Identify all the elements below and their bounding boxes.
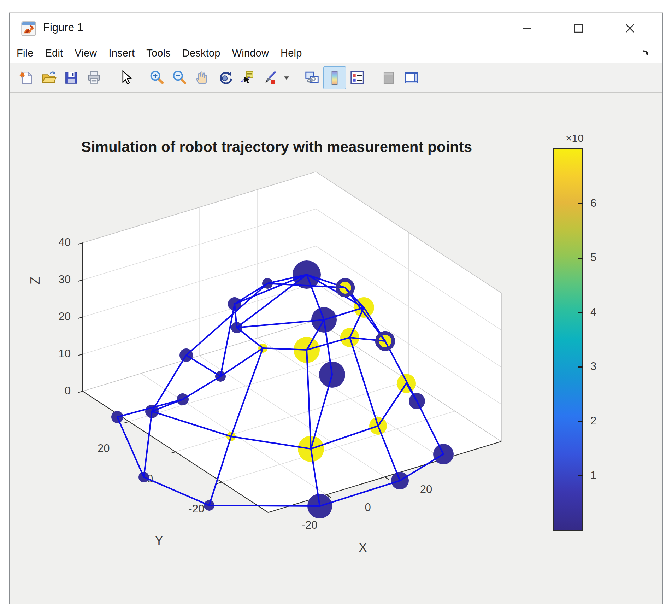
toolbar-separator	[110, 68, 110, 88]
axis-tick	[78, 317, 83, 318]
menu-item-edit[interactable]: Edit	[45, 47, 63, 59]
new-document-icon	[18, 70, 34, 86]
colorbar-tick-label: 3	[590, 360, 596, 373]
brush-data-button[interactable]	[259, 66, 281, 89]
maximize-button[interactable]	[553, 13, 604, 43]
menu-item-help[interactable]: Help	[281, 47, 302, 59]
close-icon	[624, 22, 636, 35]
colorbar-tick	[578, 475, 583, 476]
colorbar-multiplier-label: ×10	[566, 132, 584, 144]
close-button[interactable]	[604, 13, 656, 43]
rotate-3d-button[interactable]	[213, 66, 236, 89]
window-title: Figure 1	[43, 21, 83, 34]
toolbar-separator	[296, 68, 296, 88]
colorbar: ×10 123456	[553, 148, 624, 531]
zoom-out-button[interactable]	[168, 66, 191, 89]
axis-tick	[171, 452, 176, 453]
new-figure-button[interactable]	[15, 66, 37, 89]
toolbar-separator	[373, 68, 373, 88]
colorbar-tick-label: 4	[590, 306, 596, 318]
maximize-icon	[572, 22, 584, 34]
axis-tick	[78, 354, 83, 356]
printer-icon	[86, 70, 102, 86]
link-plot-button[interactable]	[301, 66, 323, 89]
colorbar-tick-label: 1	[590, 469, 596, 482]
menu-item-tools[interactable]: Tools	[146, 47, 171, 59]
hide-plot-tools-button[interactable]	[377, 66, 400, 89]
show-plot-tools-button[interactable]	[400, 66, 423, 89]
colorbar-tick	[578, 258, 583, 259]
axis-tick-label: 0	[365, 501, 371, 514]
axis-tick-label: 40	[59, 236, 71, 248]
zoom-in-button[interactable]	[146, 66, 168, 89]
colorbar-tick	[578, 366, 583, 368]
print-figure-button[interactable]	[83, 66, 105, 89]
edit-plot-button[interactable]	[114, 66, 137, 89]
show-plot-tools-icon	[403, 70, 419, 86]
open-file-button[interactable]	[37, 66, 60, 89]
figure-window: Figure 1 FileEditViewInsertToolsDesktopW…	[9, 13, 663, 604]
colorbar-tick	[578, 203, 583, 204]
axis-tick	[385, 477, 389, 480]
axis-label-y: Y	[155, 533, 163, 548]
data-cursor-icon	[239, 70, 255, 86]
minimize-button[interactable]	[501, 13, 553, 43]
menu-item-window[interactable]: Window	[232, 47, 269, 59]
axis-tick-label: 20	[59, 310, 71, 323]
open-folder-icon	[41, 70, 57, 86]
dropdown-caret-icon	[283, 75, 290, 80]
axis-tick	[78, 280, 83, 281]
figure-toolbar	[10, 63, 662, 93]
colorbar-tick	[578, 421, 583, 422]
link-plot-icon	[304, 70, 320, 86]
axis-label-x: X	[359, 540, 367, 555]
save-figure-button[interactable]	[60, 66, 83, 89]
brush-dropdown-button[interactable]	[281, 66, 292, 89]
legend-icon	[349, 70, 365, 86]
menu-item-view[interactable]: View	[75, 47, 97, 59]
zoom-out-icon	[171, 70, 188, 86]
zoom-in-icon	[149, 70, 165, 86]
insert-colorbar-button[interactable]	[323, 66, 346, 89]
insert-legend-button[interactable]	[346, 66, 369, 89]
data-tips-button[interactable]	[236, 66, 259, 89]
pan-hand-icon	[194, 70, 210, 86]
axis-tick	[124, 422, 129, 423]
axis-tick-label: 0	[65, 385, 71, 397]
rotate-3d-icon	[217, 70, 233, 86]
colorbar-tick	[578, 312, 583, 313]
axis-label-z: Z	[28, 277, 42, 284]
menu-item-insert[interactable]: Insert	[108, 47, 135, 59]
colorbar-gradient: 123456	[553, 148, 583, 531]
axis-tick-label: 20	[98, 442, 110, 454]
colorbar-tick-label: 6	[590, 197, 596, 210]
axis-tick-label: 20	[420, 483, 432, 495]
colorbar-tick-label: 5	[590, 251, 596, 264]
axis-tick	[78, 391, 83, 393]
pan-button[interactable]	[191, 66, 213, 89]
colorbar-tick-label: 2	[590, 415, 596, 427]
menu-bar: FileEditViewInsertToolsDesktopWindowHelp	[10, 43, 662, 63]
axis-tick	[217, 482, 222, 483]
menu-item-desktop[interactable]: Desktop	[182, 47, 220, 59]
dock-figure-arrow-icon[interactable]	[640, 47, 652, 59]
colorbar-icon	[326, 70, 343, 86]
save-floppy-icon	[63, 70, 79, 86]
matlab-icon	[21, 21, 36, 36]
cursor-arrow-icon	[117, 70, 134, 86]
figure-canvas: Simulation of robot trajectory with meas…	[10, 93, 662, 604]
title-bar[interactable]: Figure 1	[10, 13, 662, 43]
brush-icon	[262, 70, 278, 86]
toolbar-separator	[141, 68, 141, 88]
axis-tick-label: 30	[59, 273, 71, 286]
minimize-icon	[521, 22, 533, 34]
menu-item-file[interactable]: File	[17, 47, 34, 59]
axis-tick-label: -20	[188, 503, 204, 515]
axis-tick-label: -20	[302, 519, 318, 531]
axis-tick	[78, 243, 83, 244]
hide-plot-tools-icon	[381, 70, 397, 86]
axis-tick-label: 10	[59, 347, 71, 360]
